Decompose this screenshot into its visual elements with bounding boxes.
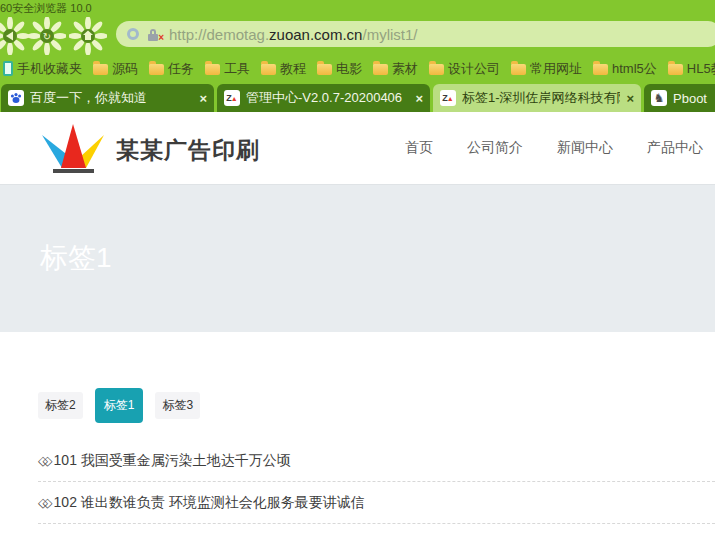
- content-tab-1-active[interactable]: 标签1: [95, 388, 144, 423]
- refresh-button-flower-icon[interactable]: ↻: [28, 17, 66, 55]
- za-site-icon: Z▲: [224, 90, 240, 106]
- close-tab-icon[interactable]: ×: [199, 91, 207, 106]
- list-item-text: 101 我国受重金属污染土地达千万公顷: [54, 452, 291, 470]
- window-title: 60安全浏览器 10.0: [0, 1, 92, 16]
- folder-icon: [593, 64, 608, 75]
- folder-icon: [373, 64, 388, 75]
- svg-text:↻: ↻: [43, 31, 51, 42]
- za-site-icon: Z▲: [440, 90, 456, 106]
- page-banner: 标签1: [0, 184, 715, 332]
- site-logo-text: 某某广告印刷: [116, 124, 260, 176]
- knight-icon: ♞: [651, 90, 667, 106]
- tab-title: 百度一下，你就知道: [30, 89, 193, 107]
- folder-icon: [511, 64, 526, 75]
- nav-item-about[interactable]: 公司简介: [467, 139, 523, 157]
- list-item[interactable]: ◇◇ 101 我国受重金属污染土地达千万公顷: [38, 440, 715, 482]
- tab-strip: 百度一下，你就知道 × Z▲ 管理中心-V2.0.7-20200406 × Z▲…: [0, 81, 715, 112]
- folder-icon: [205, 64, 220, 75]
- site-header: 某某广告印刷 首页 公司简介 新闻中心 产品中心: [0, 112, 715, 184]
- url-text[interactable]: http://demotag.zuoan.com.cn/mylist1/: [169, 26, 417, 43]
- back-button-flower-icon[interactable]: [0, 17, 29, 55]
- bookmark-folder[interactable]: 常用网址: [511, 60, 582, 78]
- tab-title: Pboot: [673, 91, 715, 106]
- browser-window: 60安全浏览器 10.0: [0, 0, 715, 541]
- folder-icon: [93, 64, 108, 75]
- home-button-flower-icon[interactable]: [69, 17, 107, 55]
- site-logo[interactable]: 某某广告印刷: [40, 122, 260, 178]
- nav-item-home[interactable]: 首页: [405, 139, 433, 157]
- browser-tab-admin-center[interactable]: Z▲ 管理中心-V2.0.7-20200406 ×: [217, 84, 430, 112]
- content-tab-3[interactable]: 标签3: [155, 392, 200, 419]
- nav-item-products[interactable]: 产品中心: [647, 139, 703, 157]
- crown-logo-icon: [40, 122, 106, 178]
- double-diamond-icon: ◇◇: [38, 453, 47, 468]
- baidu-paw-icon: [8, 90, 24, 106]
- list-item[interactable]: ◇◇ 102 谁出数谁负责 环境监测社会化服务最要讲诚信: [38, 482, 715, 524]
- bookmark-item-mobile-favorites[interactable]: 手机收藏夹: [3, 60, 82, 78]
- folder-icon: [149, 64, 164, 75]
- browser-tab-baidu[interactable]: 百度一下，你就知道 ×: [1, 84, 214, 112]
- window-titlebar: 60安全浏览器 10.0: [0, 0, 715, 15]
- folder-icon: [261, 64, 276, 75]
- web-page: 某某广告印刷 首页 公司简介 新闻中心 产品中心 标签1 标签2 标签1 标签3…: [0, 112, 715, 541]
- bookmark-folder[interactable]: 工具: [205, 60, 250, 78]
- folder-icon: [317, 64, 332, 75]
- bookmark-folder[interactable]: html5公: [593, 60, 657, 78]
- address-bar[interactable]: × http://demotag.zuoan.com.cn/mylist1/: [116, 21, 715, 47]
- insecure-lock-icon[interactable]: ×: [147, 27, 161, 41]
- bookmark-folder[interactable]: HL5教程: [668, 60, 715, 78]
- browser-tab-pboot[interactable]: ♞ Pboot: [644, 84, 715, 112]
- nav-item-news[interactable]: 新闻中心: [557, 139, 613, 157]
- bookmark-folder[interactable]: 设计公司: [429, 60, 500, 78]
- bookmark-folder[interactable]: 任务: [149, 60, 194, 78]
- list-item-text: 102 谁出数谁负责 环境监测社会化服务最要讲诚信: [54, 494, 365, 512]
- browser-tab-current[interactable]: Z▲ 标签1-深圳佐岸网络科技有限 ×: [433, 84, 641, 112]
- double-diamond-icon: ◇◇: [38, 495, 47, 510]
- folder-icon: [668, 64, 683, 75]
- folder-icon: [429, 64, 444, 75]
- site-safety-icon[interactable]: [127, 28, 139, 40]
- banner-title: 标签1: [40, 239, 112, 277]
- phone-icon: [3, 61, 13, 76]
- content-tab-bar: 标签2 标签1 标签3: [38, 388, 200, 422]
- bookmarks-bar: 手机收藏夹 源码 任务 工具 教程 电影 素材 设计公司 常用网址 html5公…: [0, 56, 715, 81]
- bookmark-folder[interactable]: 素材: [373, 60, 418, 78]
- bookmark-folder[interactable]: 电影: [317, 60, 362, 78]
- tab-title: 标签1-深圳佐岸网络科技有限: [462, 89, 620, 107]
- content-tab-2[interactable]: 标签2: [38, 392, 83, 419]
- bookmark-folder[interactable]: 源码: [93, 60, 138, 78]
- close-tab-icon[interactable]: ×: [415, 91, 423, 106]
- news-list: ◇◇ 101 我国受重金属污染土地达千万公顷 ◇◇ 102 谁出数谁负责 环境监…: [38, 440, 715, 524]
- main-nav: 首页 公司简介 新闻中心 产品中心: [405, 112, 703, 184]
- close-tab-icon[interactable]: ×: [626, 91, 634, 106]
- bookmark-folder[interactable]: 教程: [261, 60, 306, 78]
- tab-title: 管理中心-V2.0.7-20200406: [246, 89, 409, 107]
